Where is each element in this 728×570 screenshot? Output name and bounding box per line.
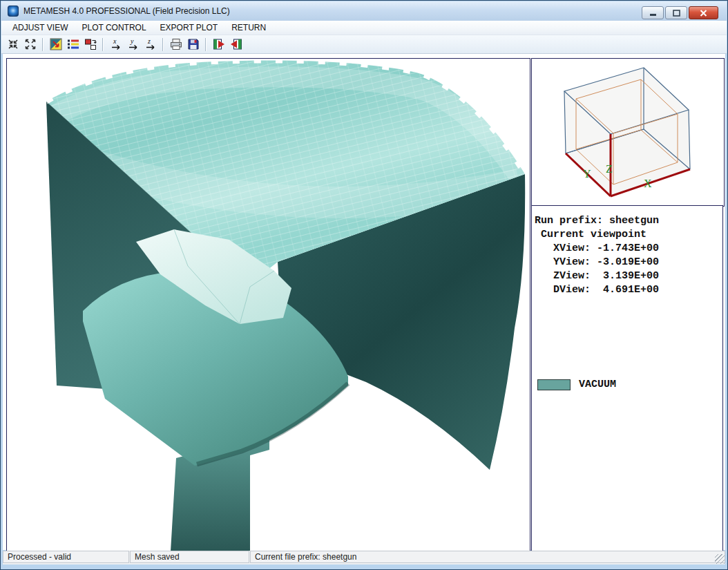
plot-legend-button[interactable] bbox=[64, 37, 82, 53]
collapse-view-button[interactable] bbox=[4, 37, 21, 53]
copy-region-button[interactable] bbox=[82, 37, 99, 53]
previous-plot-icon bbox=[229, 37, 243, 51]
save-plot-button[interactable] bbox=[184, 37, 202, 53]
maximize-icon bbox=[673, 10, 680, 17]
workspace: Y Z X Run prefix: sheetgun Current viewp… bbox=[3, 54, 725, 550]
titlebar[interactable]: METAMESH 4.0 PROFESSIONAL (Field Precisi… bbox=[1, 1, 727, 21]
menu-export-plot[interactable]: EXPORT PLOT bbox=[153, 21, 225, 34]
viewpoint-info-panel: Run prefix: sheetgun Current viewpoint X… bbox=[531, 205, 723, 551]
menu-return[interactable]: RETURN bbox=[224, 21, 273, 34]
toolbar-separator bbox=[162, 38, 164, 51]
next-plot-button[interactable] bbox=[210, 37, 227, 53]
close-button[interactable] bbox=[689, 6, 718, 19]
status-processed: Processed - valid bbox=[3, 551, 129, 563]
svg-text:z: z bbox=[147, 37, 151, 45]
x-axis-label: X bbox=[644, 178, 652, 189]
orientation-cube: Y Z X bbox=[532, 59, 724, 206]
y-direction-button[interactable]: y bbox=[124, 37, 142, 53]
next-plot-icon bbox=[212, 37, 226, 51]
window-controls bbox=[642, 6, 718, 19]
status-mesh-saved: Mesh saved bbox=[130, 551, 249, 563]
vacuum-label: VACUUM bbox=[579, 379, 616, 390]
y-direction-icon: y bbox=[126, 37, 140, 51]
expand-view-button[interactable] bbox=[21, 37, 39, 53]
window-title: METAMESH 4.0 PROFESSIONAL (Field Precisi… bbox=[23, 1, 230, 21]
minimize-button[interactable] bbox=[642, 6, 664, 19]
z-axis-label: Z bbox=[606, 163, 613, 175]
xview-value: XView: -1.743E+00 bbox=[535, 242, 722, 256]
z-direction-button[interactable]: z bbox=[142, 37, 159, 53]
save-plot-icon bbox=[186, 37, 200, 51]
statusbar: Processed - valid Mesh saved Current fil… bbox=[3, 551, 725, 564]
toolbar-separator bbox=[42, 38, 44, 51]
app-window: METAMESH 4.0 PROFESSIONAL (Field Precisi… bbox=[0, 0, 728, 570]
x-direction-button[interactable]: x bbox=[107, 37, 124, 53]
plot-image-icon bbox=[49, 37, 63, 51]
toolbar-separator bbox=[102, 38, 104, 51]
resize-grip[interactable] bbox=[715, 554, 725, 564]
y-axis-label: Y bbox=[583, 168, 591, 180]
x-direction-icon: x bbox=[109, 37, 123, 51]
yview-value: YView: -3.019E+00 bbox=[535, 256, 722, 269]
menubar: ADJUST VIEW PLOT CONTROL EXPORT PLOT RET… bbox=[1, 21, 727, 35]
plot-image-button[interactable] bbox=[47, 37, 64, 53]
print-icon bbox=[169, 37, 183, 51]
run-prefix-line: Run prefix: sheetgun bbox=[535, 214, 722, 228]
legend: VACUUM bbox=[537, 379, 616, 390]
previous-plot-button[interactable] bbox=[227, 37, 245, 53]
vacuum-color-swatch bbox=[537, 379, 571, 390]
zview-value: ZView: 3.139E+00 bbox=[535, 269, 722, 283]
menu-adjust-view[interactable]: ADJUST VIEW bbox=[6, 21, 75, 34]
app-icon bbox=[8, 6, 19, 17]
viewpoint-heading: Current viewpoint bbox=[535, 228, 722, 242]
plot-legend-icon bbox=[66, 37, 80, 51]
dview-value: DView: 4.691E+00 bbox=[535, 283, 722, 297]
menu-plot-control[interactable]: PLOT CONTROL bbox=[75, 21, 153, 34]
print-button[interactable] bbox=[167, 37, 184, 53]
z-direction-icon: z bbox=[144, 37, 157, 51]
minimize-icon bbox=[650, 14, 656, 16]
svg-text:y: y bbox=[130, 37, 134, 45]
status-file-prefix: Current file prefix: sheetgun bbox=[250, 551, 725, 563]
close-icon bbox=[700, 10, 707, 17]
expand-view-icon bbox=[23, 37, 37, 51]
mesh-plot-area[interactable] bbox=[6, 58, 530, 553]
copy-region-icon bbox=[84, 37, 97, 51]
collapse-view-icon bbox=[6, 37, 20, 51]
maximize-button[interactable] bbox=[665, 6, 687, 19]
orientation-cube-panel[interactable]: Y Z X bbox=[531, 58, 725, 207]
toolbar-separator bbox=[205, 38, 207, 51]
toolbar: x y z bbox=[1, 35, 727, 54]
mesh-3d-view bbox=[7, 59, 530, 552]
svg-text:x: x bbox=[113, 37, 117, 45]
